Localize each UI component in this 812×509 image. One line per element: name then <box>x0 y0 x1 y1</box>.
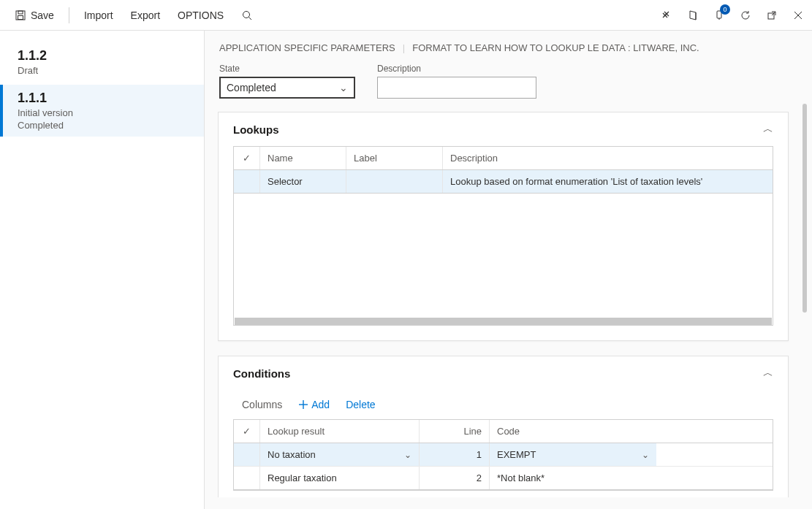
table-row[interactable]: No taxation⌄ 1 EXEMPT⌄ <box>234 443 773 467</box>
chevron-down-icon: ⌄ <box>404 450 411 460</box>
cell-code[interactable]: EXEMPT⌄ <box>490 443 656 466</box>
version-title: 1.1.2 <box>18 48 189 64</box>
content-inner: APPLICATION SPECIFIC PARAMETERS | FORMAT… <box>218 42 800 497</box>
conditions-panel: Conditions ︿ Columns Add Delete <box>218 356 789 497</box>
col-name[interactable]: Name <box>260 147 346 169</box>
main-area: 1.1.2 Draft 1.1.1 Initial version Comple… <box>0 31 812 509</box>
lookups-tbody: Selector Lookup based on format enumerat… <box>234 170 773 194</box>
sidebar-item-version-112[interactable]: 1.1.2 Draft <box>0 39 204 85</box>
add-button[interactable]: Add <box>298 399 330 410</box>
header-fields: State Completed ⌄ Description <box>218 64 789 99</box>
state-label: State <box>219 64 355 74</box>
lookups-empty-area <box>234 194 773 318</box>
version-title: 1.1.1 <box>18 91 189 106</box>
state-select[interactable]: Completed ⌄ <box>219 77 355 99</box>
breadcrumb-part2: FORMAT TO LEARN HOW TO LOOKUP LE DATA : … <box>412 42 699 53</box>
search-icon <box>241 9 253 21</box>
export-label: Export <box>131 9 160 21</box>
options-label: OPTIONS <box>178 9 224 21</box>
table-row[interactable]: Selector Lookup based on format enumerat… <box>234 170 773 194</box>
row-select[interactable] <box>234 467 260 489</box>
import-button[interactable]: Import <box>77 5 121 26</box>
col-label[interactable]: Label <box>346 147 443 169</box>
save-label: Save <box>31 9 54 21</box>
row-select[interactable] <box>234 170 260 193</box>
chevron-up-icon: ︿ <box>763 367 773 380</box>
horizontal-scrollbar[interactable] <box>235 318 772 325</box>
save-button[interactable]: Save <box>7 5 61 26</box>
description-field-group: Description <box>377 64 536 99</box>
sidebar-item-version-111[interactable]: 1.1.1 Initial version Completed <box>0 85 204 137</box>
lookups-thead: Name Label Description <box>234 147 773 170</box>
lookups-title: Lookups <box>233 123 279 136</box>
cell-code[interactable]: *Not blank* <box>490 467 656 489</box>
select-all-header[interactable] <box>234 420 260 443</box>
export-button[interactable]: Export <box>124 5 167 26</box>
version-sub2: Completed <box>18 120 189 131</box>
plus-icon <box>298 399 308 410</box>
save-icon <box>15 9 26 21</box>
close-icon[interactable] <box>792 9 805 22</box>
state-field-group: State Completed ⌄ <box>219 64 355 99</box>
col-lookup-result[interactable]: Lookup result <box>260 420 420 443</box>
check-icon <box>243 426 251 437</box>
cell-line: 1 <box>420 443 490 466</box>
version-sidebar: 1.1.2 Draft 1.1.1 Initial version Comple… <box>0 31 205 509</box>
svg-rect-2 <box>18 15 23 19</box>
breadcrumb-part1: APPLICATION SPECIFIC PARAMETERS <box>219 42 395 53</box>
lookups-panel: Lookups ︿ Name Label Description <box>218 112 789 341</box>
conditions-tbody: No taxation⌄ 1 EXEMPT⌄ Regular taxation … <box>234 443 773 490</box>
row-select[interactable] <box>234 443 260 466</box>
svg-line-4 <box>249 17 252 20</box>
delete-button[interactable]: Delete <box>346 399 375 410</box>
lookups-body: Name Label Description Selector Lookup b… <box>219 146 788 340</box>
toolbar-left: Save Import Export OPTIONS <box>7 5 260 26</box>
chevron-down-icon: ⌄ <box>642 450 649 460</box>
cell-description: Lookup based on format enumeration 'List… <box>443 170 773 193</box>
cell-name: Selector <box>260 170 346 193</box>
cell-result[interactable]: Regular taxation <box>260 467 420 489</box>
conditions-body: Columns Add Delete Lookup result Line Co… <box>219 390 788 497</box>
hscroll-thumb[interactable] <box>235 318 772 325</box>
description-label: Description <box>377 64 536 74</box>
import-label: Import <box>84 9 113 21</box>
search-button[interactable] <box>234 5 260 26</box>
version-sub: Initial version <box>18 107 189 118</box>
col-line[interactable]: Line <box>420 420 490 443</box>
refresh-icon[interactable] <box>739 9 752 22</box>
toolbar-separator <box>69 7 69 23</box>
toolbar-right: 0 <box>660 9 805 22</box>
svg-point-3 <box>243 11 250 18</box>
conditions-title: Conditions <box>233 367 290 380</box>
chevron-down-icon: ⌄ <box>339 82 348 93</box>
cell-line: 2 <box>420 467 490 489</box>
select-all-header[interactable] <box>234 147 260 169</box>
col-code[interactable]: Code <box>490 420 656 443</box>
conditions-header[interactable]: Conditions ︿ <box>219 356 788 390</box>
breadcrumb: APPLICATION SPECIFIC PARAMETERS | FORMAT… <box>218 42 789 53</box>
description-input[interactable] <box>377 77 536 99</box>
version-sub: Draft <box>18 65 189 76</box>
conditions-thead: Lookup result Line Code <box>234 420 773 443</box>
notifications-icon[interactable]: 0 <box>713 9 726 22</box>
chevron-up-icon: ︿ <box>763 123 773 136</box>
attach-icon[interactable] <box>660 9 673 22</box>
state-value: Completed <box>227 82 276 93</box>
svg-rect-1 <box>18 11 23 14</box>
notification-badge: 0 <box>720 4 730 15</box>
columns-button[interactable]: Columns <box>242 399 282 410</box>
options-menu[interactable]: OPTIONS <box>170 5 231 26</box>
table-row[interactable]: Regular taxation 2 *Not blank* <box>234 467 773 490</box>
popout-icon[interactable] <box>765 9 778 22</box>
vscroll-thumb[interactable] <box>802 104 807 313</box>
check-icon <box>243 153 251 164</box>
conditions-toolbar: Columns Add Delete <box>233 390 773 419</box>
lookups-header[interactable]: Lookups ︿ <box>219 112 788 146</box>
breadcrumb-separator: | <box>403 42 405 53</box>
content-area: APPLICATION SPECIFIC PARAMETERS | FORMAT… <box>205 31 812 509</box>
office-icon[interactable] <box>686 9 699 22</box>
cell-result[interactable]: No taxation⌄ <box>260 443 420 466</box>
vertical-scrollbar[interactable] <box>800 104 809 425</box>
col-description[interactable]: Description <box>443 147 773 169</box>
lookups-table: Name Label Description Selector Lookup b… <box>233 146 773 326</box>
